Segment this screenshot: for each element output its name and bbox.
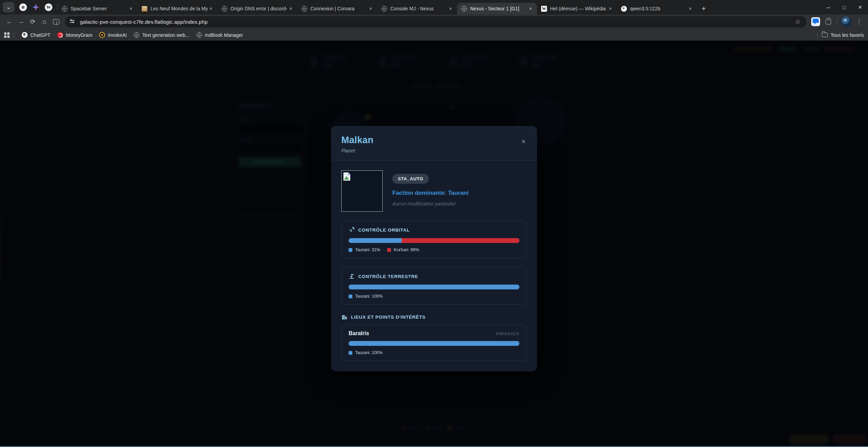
tab-close-icon[interactable] xyxy=(687,6,693,12)
invokeai-icon xyxy=(99,32,105,38)
legend-item: Kra'kan: 69% xyxy=(387,247,419,252)
tab-search-chevron-button[interactable] xyxy=(3,2,14,12)
tab-nexus-secteur-1-active[interactable]: Nexus - Secteur 1 [G1] xyxy=(457,3,537,14)
browser-menu-icon[interactable] xyxy=(856,18,862,26)
bookmarks-separator xyxy=(817,32,818,38)
tab-neuf-mondes[interactable]: Les Neuf Mondes de la Mytholo xyxy=(137,3,217,14)
profile-avatar[interactable] xyxy=(841,17,851,27)
bar-segment-krakan xyxy=(402,238,519,243)
poi-code: FDFDSVCX xyxy=(496,332,519,336)
tab-connexion-corvara[interactable]: Connexion | Corvara xyxy=(297,3,377,14)
legend-item: Taurani: 31% xyxy=(349,247,380,252)
bar-segment-taurani xyxy=(349,238,402,243)
pinned-tab-wordpress-icon[interactable] xyxy=(45,3,52,11)
wikipedia-favicon xyxy=(541,6,547,12)
legend-swatch xyxy=(349,248,352,252)
reload-button[interactable] xyxy=(27,16,39,28)
ollama-favicon xyxy=(621,6,627,12)
section-title: LIEUX ET POINTS D'INTÉRÊTS xyxy=(351,315,425,320)
tab-title: Console MJ - Nexus xyxy=(390,6,447,11)
pinned-tab-chatgpt-icon[interactable] xyxy=(19,3,27,11)
legend-row: Taurani: 100% xyxy=(349,294,519,299)
toolbar-right xyxy=(809,17,865,27)
bookmark-invokeai[interactable]: InvokeAI xyxy=(96,31,130,40)
section-title-row: CONTRÔLE TERRESTRE xyxy=(349,273,519,279)
new-tab-button[interactable] xyxy=(699,4,709,13)
tab-console-mj-nexus[interactable]: Console MJ - Nexus xyxy=(377,3,457,14)
address-bar[interactable]: galactic-pve-conquest-c7fe.dev.flatlogic… xyxy=(65,16,806,28)
browser-toolbar: galactic-pve-conquest-c7fe.dev.flatlogic… xyxy=(0,14,868,29)
tab-title: qwen3.5:122b xyxy=(630,6,687,11)
url-text[interactable]: galactic-pve-conquest-c7fe.dev.flatlogic… xyxy=(80,19,794,25)
minimize-button[interactable] xyxy=(820,0,836,14)
tab-close-icon[interactable] xyxy=(607,6,613,12)
pinned-tab-gemini-icon[interactable] xyxy=(32,4,39,11)
bookmark-moneygram[interactable]: MoneyGram xyxy=(54,31,96,40)
bookmark-star-icon[interactable] xyxy=(794,18,802,25)
poi-name: Baralris xyxy=(349,330,369,337)
bookmark-mdbook-manager[interactable]: mdBook Manager xyxy=(193,31,247,40)
bar-segment-taurani xyxy=(349,341,519,346)
home-button[interactable] xyxy=(39,16,50,28)
modal-header: Malkan Planet xyxy=(331,126,537,161)
back-button[interactable] xyxy=(3,16,15,28)
modal-close-icon[interactable] xyxy=(519,137,528,146)
legend-swatch xyxy=(387,248,391,252)
tab-hel-wikipedia[interactable]: Hel (déesse) — Wikipédia xyxy=(537,3,617,14)
bookmark-label: MoneyGram xyxy=(66,32,92,38)
tab-close-icon[interactable] xyxy=(368,6,374,12)
tab-close-icon[interactable] xyxy=(208,6,214,12)
globe-icon xyxy=(196,32,202,38)
tab-title: Hel (déesse) — Wikipédia xyxy=(550,6,607,11)
tab-close-icon[interactable] xyxy=(447,6,454,12)
globe-favicon xyxy=(221,6,227,12)
bookmark-label: InvokeAI xyxy=(108,32,126,38)
satellite-dish-icon xyxy=(349,227,355,233)
legend-item: Taurani: 100% xyxy=(349,294,383,299)
forward-button[interactable] xyxy=(15,16,27,28)
tab-close-icon[interactable] xyxy=(527,6,534,12)
ground-control-bar xyxy=(349,285,519,289)
site-info-icon[interactable] xyxy=(70,19,76,25)
poi-card-baralris: Baralris FDFDSVCX Taurani: 100% xyxy=(341,324,527,361)
modifier-note-text: Aucun modificateur particulier. xyxy=(392,201,469,206)
bookmark-chatgpt[interactable]: ChatGPT xyxy=(18,31,54,40)
globe-favicon xyxy=(62,6,68,12)
apps-grid-icon[interactable] xyxy=(4,32,10,38)
pinned-tabs xyxy=(14,3,57,11)
orbital-control-bar xyxy=(349,238,519,243)
tab-title: Spacebar Server xyxy=(71,6,128,11)
side-panel-button[interactable] xyxy=(50,16,62,28)
all-bookmarks[interactable]: Tous les favoris xyxy=(813,32,864,38)
legend-item: Taurani: 100% xyxy=(349,350,383,355)
section-title-row: CONTRÔLE ORBITAL xyxy=(349,227,519,233)
ground-control-section: CONTRÔLE TERRESTRE Taurani: 100% xyxy=(341,267,527,305)
globe-icon xyxy=(134,32,140,38)
planet-image-placeholder xyxy=(341,170,383,212)
broken-image-icon xyxy=(343,172,350,181)
bookmark-text-generation[interactable]: Text generation web... xyxy=(130,31,193,40)
globe-favicon xyxy=(301,6,307,12)
dominant-faction-text: Faction dominante: Taurani xyxy=(392,190,469,196)
tab-qwen[interactable]: qwen3.5:122b xyxy=(617,3,697,14)
tab-origin-dns-error[interactable]: Origin DNS error | discord-like- xyxy=(217,3,297,14)
tab-spacebar-server[interactable]: Spacebar Server xyxy=(58,3,137,14)
tab-close-icon[interactable] xyxy=(288,6,294,12)
toolbar-separator xyxy=(837,18,837,25)
ai-extension-icon[interactable] xyxy=(811,17,820,26)
planet-summary-row: STA_AUTO Faction dominante: Taurani Aucu… xyxy=(341,170,527,212)
orbital-control-section: CONTRÔLE ORBITAL Taurani: 31% Kra xyxy=(341,221,527,258)
planet-type-subtitle: Planet xyxy=(341,148,527,153)
ground-flag-icon xyxy=(349,273,355,279)
poi-section-heading: LIEUX ET POINTS D'INTÉRÊTS xyxy=(341,314,527,320)
poi-name-row: Baralris FDFDSVCX xyxy=(349,330,519,337)
maximize-button[interactable] xyxy=(836,0,852,14)
globe-favicon xyxy=(381,6,387,12)
tarot-card-favicon xyxy=(142,6,147,12)
bookmark-label: Text generation web... xyxy=(142,32,189,38)
status-badge: STA_AUTO xyxy=(392,174,429,184)
tab-close-icon[interactable] xyxy=(128,6,134,12)
section-title: CONTRÔLE TERRESTRE xyxy=(358,274,418,279)
close-window-button[interactable] xyxy=(852,0,868,14)
extensions-puzzle-icon[interactable] xyxy=(824,18,833,26)
